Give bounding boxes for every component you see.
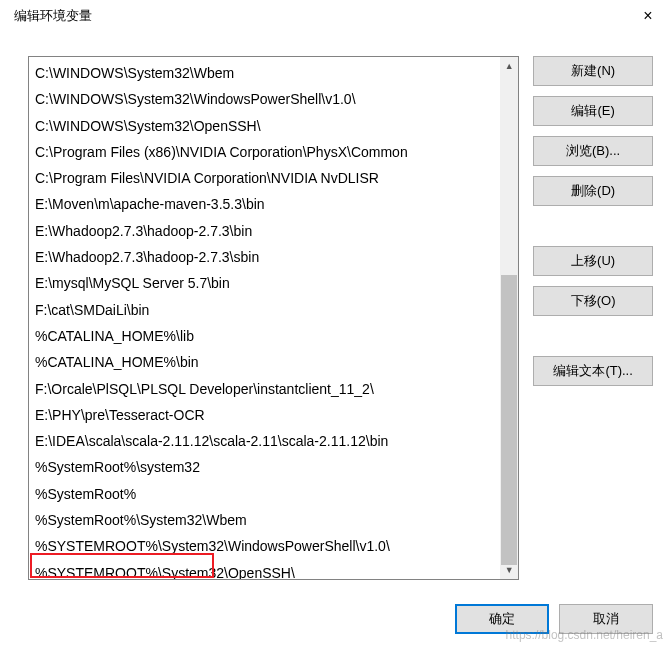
move-up-button[interactable]: 上移(U) bbox=[533, 246, 653, 276]
title-bar: 编辑环境变量 × bbox=[0, 0, 671, 32]
list-item[interactable]: E:\Moven\m\apache-maven-3.5.3\bin bbox=[29, 191, 500, 217]
scrollbar[interactable]: ▲ ▼ bbox=[500, 57, 518, 579]
scroll-up-icon[interactable]: ▲ bbox=[500, 57, 518, 75]
scroll-track[interactable] bbox=[500, 75, 518, 561]
list-item[interactable]: E:\PHY\pre\Tesseract-OCR bbox=[29, 402, 500, 428]
list-item[interactable]: C:\WINDOWS\System32\Wbem bbox=[29, 60, 500, 86]
list-item[interactable]: %SYSTEMROOT%\System32\WindowsPowerShell\… bbox=[29, 533, 500, 559]
close-icon[interactable]: × bbox=[639, 7, 657, 25]
list-item[interactable]: F:\Orcale\PlSQL\PLSQL Developer\instantc… bbox=[29, 376, 500, 402]
list-item[interactable]: %SYSTEMROOT%\System32\OpenSSH\ bbox=[29, 560, 500, 579]
scroll-thumb[interactable] bbox=[501, 275, 517, 565]
list-item[interactable]: F:\cat\SMDaiLi\bin bbox=[29, 297, 500, 323]
move-down-button[interactable]: 下移(O) bbox=[533, 286, 653, 316]
path-list[interactable]: C:\WINDOWS\System32\WbemC:\WINDOWS\Syste… bbox=[29, 57, 500, 579]
list-item[interactable]: E:\IDEA\scala\scala-2.11.12\scala-2.11\s… bbox=[29, 428, 500, 454]
ok-button[interactable]: 确定 bbox=[455, 604, 549, 634]
path-listbox[interactable]: C:\WINDOWS\System32\WbemC:\WINDOWS\Syste… bbox=[28, 56, 519, 580]
list-item[interactable]: %CATALINA_HOME%\bin bbox=[29, 349, 500, 375]
edit-text-button[interactable]: 编辑文本(T)... bbox=[533, 356, 653, 386]
list-item[interactable]: %SystemRoot%\System32\Wbem bbox=[29, 507, 500, 533]
window-title: 编辑环境变量 bbox=[14, 7, 92, 25]
list-item[interactable]: C:\Program Files\NVIDIA Corporation\NVID… bbox=[29, 165, 500, 191]
cancel-button[interactable]: 取消 bbox=[559, 604, 653, 634]
list-item[interactable]: C:\WINDOWS\System32\WindowsPowerShell\v1… bbox=[29, 86, 500, 112]
list-item[interactable]: E:\Whadoop2.7.3\hadoop-2.7.3\bin bbox=[29, 218, 500, 244]
edit-button[interactable]: 编辑(E) bbox=[533, 96, 653, 126]
footer-buttons: 确定 取消 bbox=[455, 604, 653, 634]
list-item[interactable]: E:\mysql\MySQL Server 5.7\bin bbox=[29, 270, 500, 296]
side-buttons: 新建(N) 编辑(E) 浏览(B)... 删除(D) 上移(U) 下移(O) 编… bbox=[533, 56, 653, 580]
list-item[interactable]: %SystemRoot%\system32 bbox=[29, 454, 500, 480]
list-item[interactable]: C:\Program Files (x86)\NVIDIA Corporatio… bbox=[29, 139, 500, 165]
list-item[interactable]: %CATALINA_HOME%\lib bbox=[29, 323, 500, 349]
content-area: C:\WINDOWS\System32\WbemC:\WINDOWS\Syste… bbox=[0, 32, 671, 580]
delete-button[interactable]: 删除(D) bbox=[533, 176, 653, 206]
new-button[interactable]: 新建(N) bbox=[533, 56, 653, 86]
list-item[interactable]: C:\WINDOWS\System32\OpenSSH\ bbox=[29, 113, 500, 139]
browse-button[interactable]: 浏览(B)... bbox=[533, 136, 653, 166]
list-item[interactable]: E:\Whadoop2.7.3\hadoop-2.7.3\sbin bbox=[29, 244, 500, 270]
list-item[interactable]: %SystemRoot% bbox=[29, 481, 500, 507]
